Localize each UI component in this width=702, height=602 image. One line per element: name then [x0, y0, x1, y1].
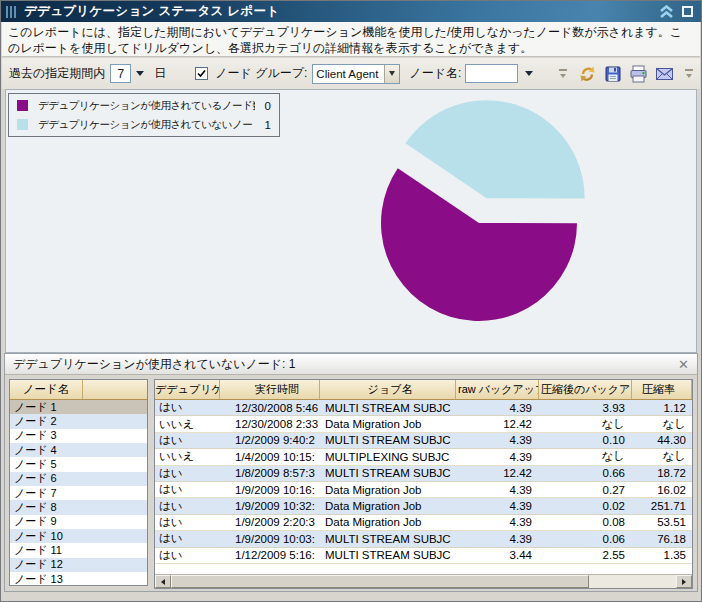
- jobs-table-cell: 12.42: [456, 418, 539, 430]
- toolbar-grip2-icon[interactable]: [685, 68, 694, 80]
- node-list-item[interactable]: ノード 8: [10, 500, 147, 514]
- jobs-table-row[interactable]: はい1/9/2009 2:20:3Data Migration Job4.390…: [155, 515, 692, 531]
- node-group-checkbox[interactable]: [195, 67, 208, 80]
- jobs-table-row[interactable]: はい1/9/2009 10:16:Data Migration Job4.390…: [155, 482, 692, 498]
- node-name-dropdown-arrow[interactable]: [525, 71, 533, 76]
- jobs-column-header[interactable]: 圧縮後のバックアッ: [539, 380, 632, 399]
- jobs-table-header: デデュプリケ実行時間ジョブ名raw バックアップ圧縮後のバックアッ圧縮率: [155, 380, 692, 400]
- jobs-table-cell: はい: [155, 531, 220, 546]
- jobs-table-cell: 1/9/2009 10:16:: [220, 484, 320, 496]
- jobs-table-cell: 12.42: [456, 467, 539, 479]
- jobs-table-cell: 44.30: [632, 434, 692, 446]
- jobs-table-cell: なし: [632, 449, 692, 464]
- jobs-table-cell: いいえ: [155, 449, 220, 464]
- period-days-input[interactable]: 7: [110, 64, 131, 83]
- jobs-table-cell: 3.93: [539, 402, 632, 414]
- print-icon[interactable]: [629, 65, 648, 83]
- node-list-header: ノード名: [10, 380, 147, 400]
- jobs-table-row[interactable]: はい1/12/2009 5:16:MULTI STREAM SUBJC3.442…: [155, 548, 692, 564]
- jobs-table-cell: Data Migration Job: [320, 500, 456, 512]
- jobs-table-cell: MULTI STREAM SUBJC: [320, 402, 456, 414]
- node-name-input[interactable]: [465, 64, 518, 83]
- node-list-item[interactable]: ノード 12: [10, 558, 147, 572]
- jobs-table-row[interactable]: はい1/8/2009 8:57:3MULTI STREAM SUBJC12.42…: [155, 466, 692, 482]
- jobs-column-header[interactable]: raw バックアップ: [456, 380, 539, 399]
- node-list-item[interactable]: ノード 1: [10, 400, 147, 414]
- jobs-table-cell: 0.08: [539, 516, 632, 528]
- filter-toolbar: 過去の指定期間内 7 日 ノード グループ: Client Agent ノード名…: [2, 58, 700, 89]
- days-label: 日: [154, 65, 166, 82]
- jobs-table-cell: 1/8/2009 8:57:3: [220, 467, 320, 479]
- jobs-table-cell: 76.18: [632, 533, 692, 545]
- node-list-item[interactable]: ノード 13: [10, 572, 147, 586]
- node-group-select-arrow[interactable]: [384, 65, 399, 83]
- jobs-table-row[interactable]: はい1/9/2009 10:03:MULTI STREAM SUBJC4.390…: [155, 531, 692, 547]
- jobs-table-row[interactable]: はい1/9/2009 10:32:Data Migration Job4.390…: [155, 498, 692, 514]
- titlebar: デデュプリケーション ステータス レポート: [1, 1, 701, 22]
- jobs-table-cell: いいえ: [155, 417, 220, 432]
- close-icon[interactable]: ✕: [678, 358, 689, 371]
- jobs-column-header[interactable]: ジョブ名: [320, 380, 456, 399]
- node-list-item[interactable]: ノード 5: [10, 457, 147, 471]
- jobs-table-row[interactable]: いいえ1/4/2009 10:15:MULTIPLEXING SUBJC4.39…: [155, 449, 692, 465]
- scroll-left-button[interactable]: [155, 575, 171, 588]
- node-name-column-header[interactable]: ノード名: [10, 380, 83, 399]
- legend-count: 0: [255, 100, 271, 112]
- report-description: このレポートには、指定した期間においてデデュプリケーション機能を使用した/使用し…: [2, 22, 700, 57]
- scroll-right-button[interactable]: [676, 575, 692, 588]
- drilldown-title: デデュプリケーションが使用されていないノード: 1: [13, 356, 295, 373]
- node-list-item[interactable]: ノード 9: [10, 515, 147, 529]
- node-list-item[interactable]: ノード 3: [10, 429, 147, 443]
- node-list-item[interactable]: ノード 10: [10, 529, 147, 543]
- jobs-table: デデュプリケ実行時間ジョブ名raw バックアップ圧縮後のバックアッ圧縮率 はい1…: [154, 379, 693, 589]
- email-icon[interactable]: [655, 65, 674, 83]
- node-group-select[interactable]: Client Agent: [312, 64, 400, 84]
- legend-count: 1: [255, 119, 271, 131]
- node-list-item[interactable]: ノード 6: [10, 472, 147, 486]
- node-list-table: ノード名 ノード 1ノード 2ノード 3ノード 4ノード 5ノード 6ノード 7…: [9, 379, 148, 586]
- jobs-table-cell: 1/4/2009 10:15:: [220, 451, 320, 463]
- jobs-table-cell: なし: [632, 417, 692, 432]
- jobs-table-cell: 4.39: [456, 451, 539, 463]
- jobs-table-cell: 16.02: [632, 484, 692, 496]
- jobs-table-cell: 4.39: [456, 516, 539, 528]
- jobs-table-cell: 18.72: [632, 467, 692, 479]
- empty-column-header[interactable]: [83, 380, 147, 399]
- node-list-item[interactable]: ノード 2: [10, 414, 147, 428]
- save-icon[interactable]: [604, 65, 622, 83]
- jobs-table-cell: 4.39: [456, 434, 539, 446]
- jobs-table-cell: 0.27: [539, 484, 632, 496]
- jobs-table-row[interactable]: はい12/30/2008 5:46MULTI STREAM SUBJC4.393…: [155, 400, 692, 416]
- jobs-table-cell: 0.66: [539, 467, 632, 479]
- jobs-table-cell: はい: [155, 482, 220, 497]
- jobs-table-cell: Data Migration Job: [320, 418, 456, 430]
- jobs-column-header[interactable]: 実行時間: [220, 380, 320, 399]
- jobs-column-header[interactable]: 圧縮率: [632, 380, 692, 399]
- period-dropdown-arrow[interactable]: [136, 71, 144, 76]
- node-list-item[interactable]: ノード 4: [10, 443, 147, 457]
- refresh-icon[interactable]: [578, 65, 597, 83]
- jobs-table-cell: Data Migration Job: [320, 516, 456, 528]
- jobs-column-header[interactable]: デデュプリケ: [155, 380, 220, 399]
- node-list-item[interactable]: ノード 7: [10, 486, 147, 500]
- jobs-table-cell: 1/9/2009 2:20:3: [220, 516, 320, 528]
- titlebar-grip-icon[interactable]: [6, 6, 16, 18]
- node-list-item[interactable]: ノード 11: [10, 543, 147, 557]
- horizontal-scrollbar[interactable]: [155, 574, 692, 588]
- legend-swatch: [17, 119, 28, 130]
- jobs-table-cell: 12/30/2008 2:33: [220, 418, 320, 430]
- scrollbar-thumb[interactable]: [171, 575, 589, 588]
- jobs-table-cell: はい: [155, 548, 220, 563]
- chart-legend: デデュプリケーションが使用されているノード数 0 デデュプリケーションが使用され…: [8, 93, 280, 137]
- jobs-table-cell: 0.02: [539, 500, 632, 512]
- toolbar-grip-icon[interactable]: [559, 68, 568, 80]
- collapse-panel-icon[interactable]: [659, 5, 674, 18]
- restore-window-icon[interactable]: [682, 6, 693, 17]
- jobs-table-row[interactable]: いいえ12/30/2008 2:33Data Migration Job12.4…: [155, 416, 692, 432]
- legend-label: デデュプリケーションが使用されているノード数: [38, 99, 255, 113]
- legend-item[interactable]: デデュプリケーションが使用されていないノード数 1: [9, 115, 279, 134]
- jobs-table-cell: 1/2/2009 9:40:2: [220, 434, 320, 446]
- jobs-table-row[interactable]: はい1/2/2009 9:40:2MULTI STREAM SUBJC4.390…: [155, 433, 692, 449]
- legend-item[interactable]: デデュプリケーションが使用されているノード数 0: [9, 96, 279, 115]
- pie-slice[interactable]: [405, 100, 584, 198]
